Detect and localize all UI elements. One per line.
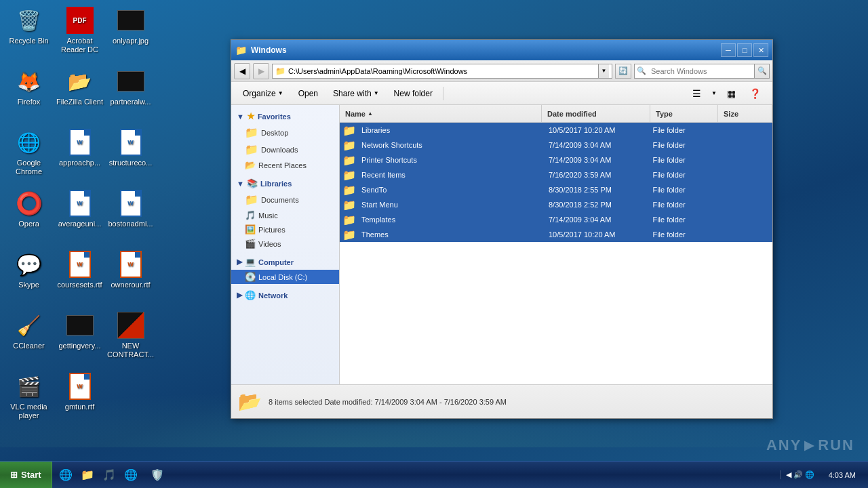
libraries-expand-icon: ▼ xyxy=(237,180,244,188)
taskbar-ie-icon[interactable]: 🌐 xyxy=(56,465,76,485)
status-folder-icon: 📂 xyxy=(238,390,262,413)
table-row[interactable]: 📁 Printer Shortcuts 7/14/2009 3:04 AM Fi… xyxy=(340,152,772,167)
name-column-header[interactable]: Name ▲ xyxy=(340,105,542,122)
forward-button[interactable]: ▶ xyxy=(253,63,269,79)
taskbar: ⊞ Start 🌐 📁 🎵 🌐 🛡️ ◀ 🔊 🌐 4:03 AM xyxy=(0,461,868,488)
view-dropdown-button[interactable]: ▼ xyxy=(709,85,719,102)
file-date: 10/5/2017 10:20 AM xyxy=(549,126,652,134)
date-column-header[interactable]: Date modified xyxy=(542,105,650,122)
sidebar-item-recent-places[interactable]: 📂 Recent Places xyxy=(231,158,339,172)
vlc-label: VLC media player xyxy=(3,403,54,420)
share-dropdown-icon: ▼ xyxy=(374,90,379,96)
share-with-button[interactable]: Share with ▼ xyxy=(327,85,385,102)
desktop-icon-skype[interactable]: 💬 Skype xyxy=(3,247,54,308)
table-row[interactable]: 📁 Templates 7/14/2009 3:04 AM File folde… xyxy=(340,212,772,227)
refresh-button[interactable]: 🔄 xyxy=(615,64,631,79)
anyrun-text: ANY xyxy=(766,436,802,454)
desktop-icon-grid: 🗑️ Recycle Bin PDF Acrobat Reader DC onl… xyxy=(0,0,217,461)
table-row[interactable]: 📁 Start Menu 8/30/2018 2:52 PM File fold… xyxy=(340,197,772,212)
desktop-icon-newcontract[interactable]: NEW CONTRACT... xyxy=(105,308,156,369)
search-bar[interactable]: 🔍 🔍 xyxy=(634,64,770,79)
toolbar-right: ☰ ▼ ▦ ❓ xyxy=(686,85,767,102)
desktop-icon-recycle-bin[interactable]: 🗑️ Recycle Bin xyxy=(3,3,54,64)
file-date: 7/16/2020 3:59 AM xyxy=(549,171,652,179)
newcontract-label: NEW CONTRACT... xyxy=(105,342,156,359)
back-button[interactable]: ◀ xyxy=(234,63,250,79)
network-header[interactable]: ▶ 🌐 Network xyxy=(231,287,339,303)
file-name: Templates xyxy=(359,216,549,224)
computer-header[interactable]: ▶ 💻 Computer xyxy=(231,254,339,270)
table-row[interactable]: 📁 Libraries 10/5/2017 10:20 AM File fold… xyxy=(340,123,772,138)
start-button[interactable]: ⊞ Start xyxy=(0,462,52,489)
taskbar-shield-icon[interactable]: 🛡️ xyxy=(147,465,167,485)
address-input[interactable] xyxy=(288,67,598,75)
table-row[interactable]: 📁 Network Shortcuts 7/14/2009 3:04 AM Fi… xyxy=(340,138,772,152)
desktop-icon-opera[interactable]: ⭕ Opera xyxy=(3,186,54,247)
tray-arrow-icon[interactable]: ◀ xyxy=(786,470,791,479)
desktop-icon-ccleaner[interactable]: 🧹 CCleaner xyxy=(3,308,54,369)
sidebar-item-documents[interactable]: 📁 Documents xyxy=(231,191,339,208)
favorites-label: Favorites xyxy=(258,113,291,121)
organize-dropdown-icon: ▼ xyxy=(278,90,283,96)
desktop-icon-firefox[interactable]: 🦊 Firefox xyxy=(3,64,54,125)
tray-speaker-icon[interactable]: 🔊 xyxy=(793,470,803,479)
desktop-icon-bostonadmi[interactable]: W bostonadmi... xyxy=(105,186,156,247)
address-bar[interactable]: 📁 ▼ xyxy=(272,64,612,79)
taskbar-explorer-icon[interactable]: 📁 xyxy=(77,465,98,485)
sidebar-item-downloads[interactable]: 📁 Downloads xyxy=(231,141,339,158)
taskbar-chrome-icon[interactable]: 🌐 xyxy=(121,465,141,485)
desktop-icon-coursesets[interactable]: W coursesets.rtf xyxy=(54,247,105,308)
table-row[interactable]: 📁 Recent Items 7/16/2020 3:59 AM File fo… xyxy=(340,167,772,182)
desktop-icon-partneralw[interactable]: partneralw... xyxy=(105,64,156,125)
desktop-icon-ownerour[interactable]: W ownerour.rtf xyxy=(105,247,156,308)
clock[interactable]: 4:03 AM xyxy=(823,471,861,479)
search-submit-button[interactable]: 🔍 xyxy=(754,64,769,78)
sidebar-item-videos[interactable]: 🎬 Videos xyxy=(231,237,339,251)
sidebar-item-pictures[interactable]: 🖼️ Pictures xyxy=(231,222,339,237)
newcontract-icon xyxy=(117,312,144,339)
preview-pane-button[interactable]: ▦ xyxy=(721,85,742,102)
desktop-icon-approachp[interactable]: W approachp... xyxy=(54,125,105,186)
taskbar-media-icon[interactable]: 🎵 xyxy=(99,465,119,485)
table-row[interactable]: 📁 SendTo 8/30/2018 2:55 PM File folder xyxy=(340,182,772,197)
new-folder-button[interactable]: New folder xyxy=(388,85,439,102)
sidebar-item-local-disk[interactable]: 💽 Local Disk (C:) xyxy=(231,270,339,284)
approachp-icon: W xyxy=(66,129,94,156)
address-dropdown-arrow[interactable]: ▼ xyxy=(598,64,609,78)
view-list-button[interactable]: ☰ xyxy=(686,85,707,102)
folder-icon: 📁 xyxy=(342,228,356,241)
type-column-header[interactable]: Type xyxy=(650,105,718,122)
desktop-icon-averageuni[interactable]: W averageuni... xyxy=(54,186,105,247)
close-button[interactable]: ✕ xyxy=(753,43,768,57)
partneralw-icon xyxy=(117,68,144,95)
pictures-icon: 🖼️ xyxy=(245,224,256,235)
desktop-icon-filezilla[interactable]: 📂 FileZilla Client xyxy=(54,64,105,125)
search-input[interactable] xyxy=(648,67,754,75)
desktop-icon-structureco[interactable]: W structureco... xyxy=(105,125,156,186)
desktop-icon-vlc[interactable]: 🎬 VLC media player xyxy=(3,369,54,430)
folder-icon: 📁 xyxy=(342,124,356,137)
desktop-icon-chrome[interactable]: 🌐 Google Chrome xyxy=(3,125,54,186)
sidebar-item-music[interactable]: 🎵 Music xyxy=(231,208,339,222)
table-row[interactable]: 📁 Themes 10/5/2017 10:20 AM File folder xyxy=(340,227,772,242)
favorites-header[interactable]: ▼ ★ Favorites xyxy=(231,108,339,124)
ccleaner-label: CCleaner xyxy=(13,342,44,350)
desktop-icon-gettingvery[interactable]: gettingvery... xyxy=(54,308,105,369)
coursesets-label: coursesets.rtf xyxy=(57,281,102,289)
desktop-icon-onlyapr[interactable]: onlyapr.jpg xyxy=(105,3,156,64)
size-column-header[interactable]: Size xyxy=(718,105,772,122)
structureco-label: structureco... xyxy=(109,159,153,167)
tray-network-icon[interactable]: 🌐 xyxy=(805,470,814,479)
sidebar-item-desktop[interactable]: 📁 Desktop xyxy=(231,124,339,141)
open-button[interactable]: Open xyxy=(292,85,324,102)
maximize-button[interactable]: □ xyxy=(737,43,752,57)
desktop-icon-acrobat[interactable]: PDF Acrobat Reader DC xyxy=(54,3,105,64)
acrobat-icon: PDF xyxy=(66,7,94,34)
help-button[interactable]: ❓ xyxy=(743,85,767,102)
organize-button[interactable]: Organize ▼ xyxy=(237,85,290,102)
anyrun-watermark: ANY ▶ RUN xyxy=(766,436,854,454)
status-text: 8 items selected Date modified: 7/14/200… xyxy=(269,398,507,406)
desktop-icon-gmtun[interactable]: W gmtun.rtf xyxy=(54,369,105,430)
libraries-header[interactable]: ▼ 📚 Libraries xyxy=(231,176,339,191)
minimize-button[interactable]: ─ xyxy=(721,43,736,57)
